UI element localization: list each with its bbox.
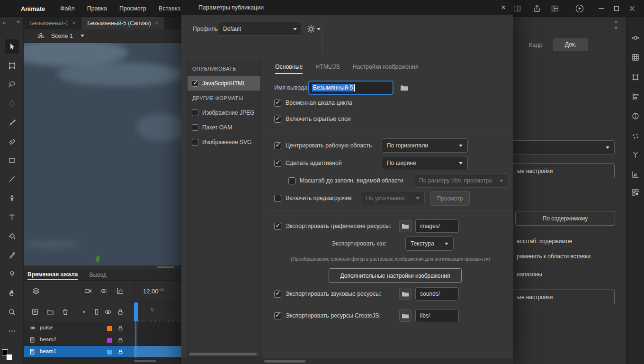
- layer-color-swatch[interactable]: [107, 338, 112, 343]
- scene-name[interactable]: Scene 1: [51, 33, 73, 39]
- menu-file[interactable]: Файл: [54, 5, 81, 12]
- layer-frames[interactable]: [134, 334, 181, 346]
- layer-row-pulse[interactable]: pulse: [24, 322, 181, 334]
- checkbox-icon[interactable]: [274, 195, 281, 202]
- particles-panel-icon[interactable]: [632, 133, 639, 140]
- tab-timeline[interactable]: Временная шкала: [27, 270, 78, 280]
- format-oam[interactable]: Пакет OAM: [188, 120, 260, 135]
- panel-collapse-icon[interactable]: »≡: [615, 19, 617, 30]
- format-javascript-html[interactable]: JavaScript/HTML: [188, 76, 260, 91]
- doc-tab-untitled-1[interactable]: Безымянный-1 ×: [24, 17, 81, 29]
- eraser-tool[interactable]: [0, 132, 24, 151]
- scrollbar-thumb[interactable]: [134, 360, 156, 362]
- include-hidden-layers-option[interactable]: Включить скрытые слои: [274, 115, 351, 123]
- export-image-assets-option[interactable]: Экспортировать графические ресурсы:: [274, 219, 391, 233]
- line-tool[interactable]: [0, 170, 24, 189]
- checkbox-icon[interactable]: [288, 177, 295, 184]
- stage-canvas[interactable]: [24, 43, 181, 265]
- more-settings-button-cut[interactable]: ые настройки: [513, 290, 615, 304]
- export-as-select[interactable]: Текстура: [405, 237, 454, 251]
- dialog-titlebar[interactable]: Параметры публикации: [181, 0, 513, 15]
- library-panel-icon[interactable]: [632, 54, 639, 61]
- checkbox-icon[interactable]: [192, 109, 198, 116]
- timeline-hscrollbar[interactable]: [24, 358, 181, 364]
- more-tools[interactable]: [0, 321, 24, 340]
- layer-lock-icon[interactable]: [117, 325, 124, 331]
- image-assets-folder-button[interactable]: [399, 220, 411, 232]
- collapse-panel-icon[interactable]: «: [3, 20, 6, 26]
- output-name-input[interactable]: Безымянный-5: [308, 81, 394, 95]
- new-layer-icon[interactable]: [31, 308, 39, 316]
- properties-tab-frame[interactable]: Кадр: [529, 42, 542, 48]
- browse-folder-button[interactable]: [398, 82, 411, 94]
- menu-view[interactable]: Просмотр: [113, 5, 152, 12]
- sound-assets-path-input[interactable]: sounds/: [415, 287, 459, 300]
- loop-timeline-option[interactable]: Временная шкала цикла: [274, 99, 352, 107]
- visibility-column-icon[interactable]: [104, 308, 112, 316]
- publish-settings-button-cut[interactable]: ые настройки: [513, 164, 615, 178]
- format-jpeg[interactable]: Изображение JPEG: [188, 105, 260, 120]
- text-tool[interactable]: [0, 208, 24, 227]
- graph-editor-icon[interactable]: [116, 287, 124, 295]
- dialog-close-button[interactable]: ×: [496, 0, 510, 15]
- layer-stack-icon[interactable]: [32, 287, 40, 295]
- tab-basic[interactable]: Основные: [275, 64, 303, 74]
- layer-row-beam1-selected[interactable]: beam1: [24, 346, 181, 358]
- info-panel-icon[interactable]: [632, 112, 639, 120]
- image-assets-path-input[interactable]: images/: [415, 219, 459, 233]
- hand-tool[interactable]: [0, 283, 24, 302]
- align-panel-icon[interactable]: [632, 93, 639, 100]
- classic-brush-tool[interactable]: [0, 113, 24, 132]
- lock-column-icon[interactable]: [116, 308, 124, 316]
- checkbox-checked-icon[interactable]: [274, 142, 281, 149]
- properties-dropdown[interactable]: [513, 140, 615, 155]
- tab-image-settings[interactable]: Настройки изображения: [353, 64, 419, 74]
- share-icon[interactable]: [530, 0, 544, 17]
- outline-column-icon[interactable]: [93, 308, 100, 316]
- scrollbar-thumb[interactable]: [189, 353, 257, 355]
- new-folder-icon[interactable]: [46, 308, 54, 316]
- checkbox-checked-icon[interactable]: [274, 100, 281, 107]
- history-chart-panel-icon[interactable]: [632, 171, 639, 178]
- transform-panel-icon[interactable]: [632, 73, 639, 81]
- center-stage-option[interactable]: Центрировать рабочую область: [274, 138, 372, 153]
- tab-output[interactable]: Вывод: [89, 272, 107, 278]
- menu-edit[interactable]: Правка: [81, 5, 113, 12]
- tab-close-icon[interactable]: ×: [155, 20, 158, 27]
- checkbox-checked-icon[interactable]: [192, 80, 198, 87]
- layer-frames[interactable]: [134, 322, 181, 334]
- frame-rate[interactable]: 12,00к/с: [143, 287, 164, 294]
- onion-skin-icon[interactable]: [100, 287, 108, 295]
- dialog-hscrollbar[interactable]: [181, 358, 513, 364]
- checkbox-checked-icon[interactable]: [274, 116, 281, 123]
- timeline-ruler[interactable]: 5: [134, 301, 181, 322]
- sound-assets-folder-button[interactable]: [399, 288, 411, 300]
- checkbox-icon[interactable]: [192, 139, 198, 146]
- fluid-brush-tool[interactable]: [0, 94, 24, 113]
- scale-to-fill-option[interactable]: Масштаб до заполн. видимой области: [288, 173, 403, 188]
- properties-tab-doc[interactable]: Док.: [553, 38, 588, 51]
- window-restore-icon[interactable]: [610, 0, 623, 17]
- layer-color-swatch[interactable]: [107, 350, 112, 355]
- checkbox-checked-icon[interactable]: [274, 291, 281, 298]
- include-preloader-option[interactable]: Включить предзагрузчик: [274, 191, 352, 205]
- checkbox-checked-icon[interactable]: [274, 160, 281, 167]
- profile-select[interactable]: Default: [218, 22, 302, 36]
- panel-resize-handle[interactable]: [24, 265, 181, 269]
- layer-lock-icon[interactable]: [117, 349, 124, 355]
- doc-tab-untitled-5[interactable]: Безымянный-5 (Canvas) ×: [81, 17, 164, 29]
- asset-warp-tool[interactable]: [0, 264, 24, 283]
- checkbox-icon[interactable]: [192, 124, 198, 131]
- delete-layer-icon[interactable]: [62, 308, 69, 316]
- profile-options-button[interactable]: [307, 25, 321, 33]
- layer-frames[interactable]: [134, 346, 181, 357]
- window-minimize-icon[interactable]: [595, 0, 608, 17]
- center-stage-select[interactable]: По горизонтали: [382, 138, 468, 153]
- export-sound-assets-option[interactable]: Экспортировать звуковые ресурсы:: [274, 287, 381, 301]
- fill-color-chip[interactable]: [6, 354, 12, 360]
- scrollbar-thumb[interactable]: [264, 360, 305, 363]
- createjs-folder-button[interactable]: [399, 309, 411, 322]
- window-close-icon[interactable]: [626, 0, 639, 17]
- test-movie-play-icon[interactable]: [573, 0, 586, 17]
- motion-presets-panel-icon[interactable]: [632, 34, 639, 42]
